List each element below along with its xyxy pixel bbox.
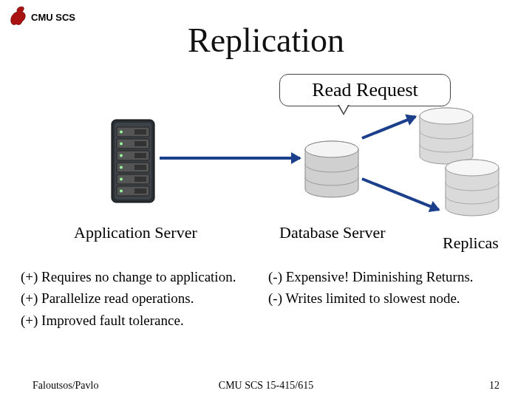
svg-point-6 (305, 141, 358, 157)
svg-point-10 (446, 160, 499, 176)
label-database-server: Database Server (279, 223, 386, 242)
pro-item: (+) Parallelize read operations. (21, 287, 268, 309)
read-request-bubble: Read Request (279, 74, 451, 106)
server-rack-icon (107, 118, 159, 210)
svg-point-8 (420, 108, 473, 124)
slide-title: Replication (0, 21, 532, 60)
label-replicas: Replicas (443, 233, 499, 253)
slide-footer: Faloutsos/Pavlo CMU SCS 15-415/615 12 (0, 380, 532, 392)
arrow-app-to-db (160, 157, 300, 160)
database-primary-icon (303, 140, 361, 205)
diagram-stage (0, 111, 532, 236)
pro-item: (+) Requires no change to application. (21, 266, 268, 287)
footer-course: CMU SCS 15-415/615 (0, 380, 532, 392)
database-replica-icon (443, 159, 501, 224)
pros-cons: (+) Requires no change to application. (… (21, 266, 516, 331)
pro-item: (+) Improved fault tolerance. (21, 310, 268, 331)
label-application-server: Application Server (74, 223, 197, 242)
read-request-text: Read Request (312, 79, 418, 101)
con-item: (-) Expensive! Diminishing Returns. (268, 266, 516, 287)
con-item: (-) Writes limited to slowest node. (268, 287, 516, 309)
